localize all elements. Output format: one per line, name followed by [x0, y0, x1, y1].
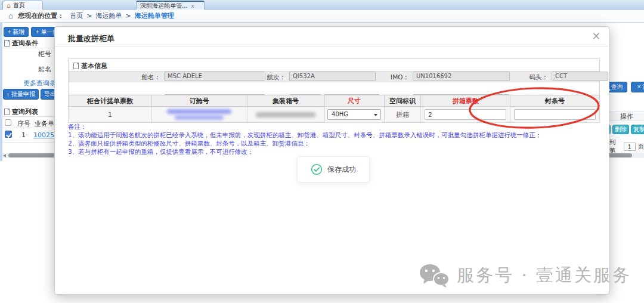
tab-manifest-label: 深圳海运舱单管...: [140, 2, 188, 10]
add-button[interactable]: + 新增: [4, 27, 29, 37]
redacted-text: [175, 115, 224, 120]
left-edge-strip: [0, 23, 2, 161]
col-booking-no: 订舱号: [151, 95, 247, 107]
tab-home[interactable]: ⌂ 首页: [2, 1, 43, 10]
page-number-input[interactable]: [624, 143, 636, 151]
breadcrumb-prefix: 您现在的位置：: [18, 11, 64, 20]
batch-edit-modal: 批量改拼柜单 × 基本信息 船名： MSC ADELE 航次： QI532A I…: [54, 26, 609, 295]
divider: [2, 142, 54, 143]
size-select[interactable]: 40HG: [327, 109, 381, 120]
voyage-label: 航次：: [247, 73, 286, 82]
container-no-label: 柜号: [21, 50, 51, 58]
list-panel-title: 查询列表: [4, 107, 38, 116]
modal-title: 批量改拼柜单: [68, 33, 114, 44]
basic-info-title: 基本信息: [73, 61, 107, 70]
breadcrumb-section-link[interactable]: 海运舱单: [95, 11, 122, 20]
scrollbar-left-arrow-icon[interactable]: [3, 154, 6, 157]
clear-button[interactable]: × 清空: [631, 82, 644, 92]
breadcrumb-home-icon: ⌂: [8, 11, 13, 20]
redacted-text: [256, 112, 315, 118]
seq-column-header: 序号: [17, 119, 30, 128]
select-all-checkbox[interactable]: [5, 119, 11, 126]
breadcrumb-current: 海运舱单管理: [135, 11, 174, 20]
col-empty-flag: 空间标识: [384, 95, 421, 107]
success-toast: 保存成功: [297, 156, 370, 183]
vessel-label: 船名：: [107, 73, 160, 82]
tab-home-label: 首页: [13, 1, 25, 10]
divider: [2, 128, 54, 128]
toast-message: 保存成功: [327, 165, 356, 175]
size-cell: 40HG: [324, 107, 384, 123]
tab-close-icon[interactable]: x: [191, 3, 194, 9]
container-table: 柜合计提单票数 订舱号 集装箱号 尺寸 空间标识 拼箱票数 封条号 1 40HG: [68, 95, 600, 123]
table-row: 1 40HG 拼箱: [69, 107, 600, 123]
seal-no-input[interactable]: [514, 109, 596, 120]
watermark: 服务号 · 壹通关服务: [417, 263, 631, 288]
lcl-count-input[interactable]: [425, 109, 506, 120]
row-seq: 1: [21, 131, 26, 139]
note-line-1: 1、该功能适用于同船名航次的拼柜已经录入系统，但未申报前，发现拼柜的箱主、卸货港…: [68, 131, 593, 139]
col-container-no: 集装箱号: [247, 95, 324, 107]
wechat-icon: [417, 263, 451, 288]
tab-manifest[interactable]: 深圳海运舱单管... x: [136, 1, 205, 10]
operation-column-header: 操作: [609, 112, 644, 121]
upload-icon: ↑: [7, 91, 10, 98]
breadcrumb-separator: >: [86, 12, 92, 20]
bl-count-cell: 1: [69, 107, 152, 123]
copy-button[interactable]: 复制: [631, 125, 644, 134]
notes-title: 备注：: [68, 122, 593, 131]
voyage-input: QI532A: [289, 72, 376, 81]
modal-close-icon[interactable]: ×: [592, 31, 600, 41]
breadcrumb-home-link[interactable]: 首页: [70, 11, 83, 20]
browser-tab-bar: ⌂ 首页 深圳海运舱单管... x: [0, 0, 644, 10]
document-icon: [4, 109, 10, 115]
document-icon: [4, 40, 10, 47]
imo-label: IMO：: [373, 73, 409, 82]
divider: [2, 116, 54, 117]
divider: [2, 48, 54, 48]
lcl-count-cell: [421, 107, 510, 123]
empty-flag-cell: 拼箱: [384, 107, 421, 123]
col-lcl-count: 拼箱票数: [421, 95, 510, 107]
notes-block: 备注： 1、该功能适用于同船名航次的拼柜已经录入系统，但未申报前，发现拼柜的箱主…: [68, 122, 593, 156]
vessel-label: 船名: [21, 65, 51, 74]
terminal-input: CCT: [552, 72, 608, 81]
batch-declare-button[interactable]: ↑ 批量申报: [3, 89, 39, 100]
app-window: ⌂ 首页 深圳海运舱单管... x ⌂ 您现在的位置： 首页 > 海运舱单 > …: [0, 0, 644, 303]
divider: [55, 46, 609, 47]
pager-suffix: 页: [638, 143, 644, 151]
imo-input: UN1016692: [413, 72, 510, 81]
success-check-icon: [311, 163, 323, 175]
row-checkbox-checked[interactable]: [5, 131, 12, 138]
home-icon: ⌂: [7, 2, 11, 9]
seal-no-cell: [510, 107, 600, 123]
document-icon: [73, 63, 79, 69]
table-header-row: 柜合计提单票数 订舱号 集装箱号 尺寸 空间标识 拼箱票数 封条号: [69, 95, 600, 107]
redacted-text: [167, 109, 231, 114]
container-no-cell-redacted: [247, 107, 324, 123]
delete-button[interactable]: 删除: [612, 125, 629, 134]
booking-no-cell-redacted: [151, 107, 247, 123]
watermark-text: 服务号 · 壹通关服务: [457, 264, 631, 287]
col-size: 尺寸: [324, 95, 384, 107]
col-bl-count: 柜合计提单票数: [69, 95, 152, 107]
terminal-label: 码头：: [512, 73, 548, 82]
note-line-3: 3、若与拼柜有一起申报的重箱，仅提供查看展示，不可进行修改；: [68, 147, 593, 156]
breadcrumb-separator: >: [125, 12, 131, 20]
note-line-2: 2、该界面只提供拼箱类型的柜修改尺寸、拼箱票数、封条号，以及箱主、卸货港信息；: [68, 139, 593, 147]
col-seal-no: 封条号: [510, 95, 600, 107]
query-panel-title: 查询条件: [4, 39, 38, 48]
breadcrumb: ⌂ 您现在的位置： 首页 > 海运舱单 > 海运舱单管理: [0, 10, 644, 23]
